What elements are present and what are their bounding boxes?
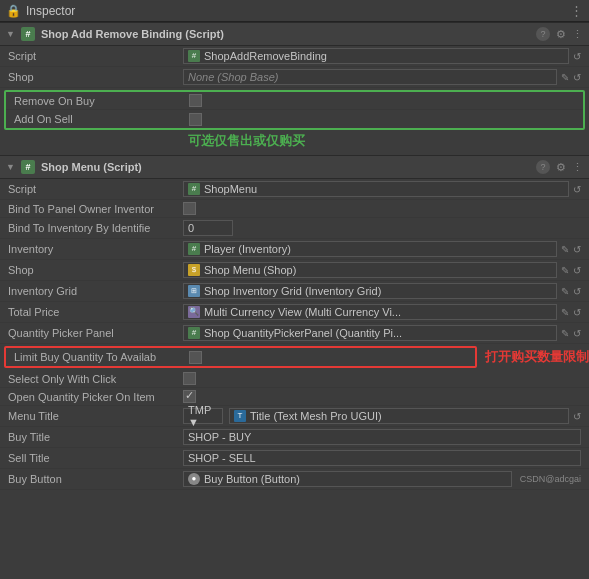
total-price-row: Total Price 🔍 Multi Currency View (Multi… bbox=[0, 302, 589, 323]
inventory-value: # Player (Inventory) ✎ ↺ bbox=[183, 241, 581, 257]
inventory-ref[interactable]: # Player (Inventory) bbox=[183, 241, 557, 257]
inventory-reset-icon[interactable]: ↺ bbox=[573, 244, 581, 255]
bind-inventory-id-value bbox=[183, 220, 581, 236]
open-qty-picker-row: Open Quantity Picker On Item bbox=[0, 388, 589, 406]
total-price-value: 🔍 Multi Currency View (Multi Currency Vi… bbox=[183, 304, 581, 320]
qty-picker-panel-edit-icon[interactable]: ✎ bbox=[561, 328, 569, 339]
inventory-grid-reset-icon[interactable]: ↺ bbox=[573, 286, 581, 297]
script-reset-icon[interactable]: ↺ bbox=[573, 51, 581, 62]
bind-inventory-id-row: Bind To Inventory By Identifie bbox=[0, 218, 589, 239]
sell-title-input[interactable] bbox=[183, 450, 581, 466]
bind-panel-owner-value bbox=[183, 202, 581, 215]
script-ref-name: ShopAddRemoveBinding bbox=[204, 50, 327, 62]
bind-panel-owner-label: Bind To Panel Owner Inventor bbox=[8, 203, 183, 215]
add-on-sell-value bbox=[189, 113, 575, 126]
limit-buy-checkbox[interactable] bbox=[189, 351, 202, 364]
inventory-icon: # bbox=[188, 243, 200, 255]
total-price-name: Multi Currency View (Multi Currency Vi..… bbox=[204, 306, 401, 318]
open-qty-picker-checkbox[interactable] bbox=[183, 390, 196, 403]
shop-edit-icon[interactable]: ✎ bbox=[561, 72, 569, 83]
qty-picker-panel-label: Quantity Picker Panel bbox=[8, 327, 183, 339]
annotation1-text: 可选仅售出或仅购买 bbox=[188, 133, 305, 148]
section2-collapse-icon[interactable]: ▼ bbox=[6, 162, 15, 172]
inspector-title: Inspector bbox=[26, 4, 75, 18]
inventory-edit-icon[interactable]: ✎ bbox=[561, 244, 569, 255]
total-price-reset-icon[interactable]: ↺ bbox=[573, 307, 581, 318]
buy-title-row: Buy Title bbox=[0, 427, 589, 448]
inventory-grid-ref[interactable]: ⊞ Shop Inventory Grid (Inventory Grid) bbox=[183, 283, 557, 299]
menu-title-label: Menu Title bbox=[8, 410, 183, 422]
add-on-sell-label: Add On Sell bbox=[14, 113, 189, 125]
script-label: Script bbox=[8, 50, 183, 62]
buy-button-value: ● Buy Button (Button) CSDN@adcgai bbox=[183, 471, 581, 487]
inventory-grid-edit-icon[interactable]: ✎ bbox=[561, 286, 569, 297]
shop-value: None (Shop Base) ✎ ↺ bbox=[183, 69, 581, 85]
shop-reset-icon[interactable]: ↺ bbox=[573, 72, 581, 83]
script-ref-icon: # bbox=[188, 50, 200, 62]
shop-label: Shop bbox=[8, 71, 183, 83]
inventory-grid-icon: ⊞ bbox=[188, 285, 200, 297]
sell-title-row: Sell Title bbox=[0, 448, 589, 469]
sell-title-value bbox=[183, 450, 581, 466]
total-price-edit-icon[interactable]: ✎ bbox=[561, 307, 569, 318]
bind-inventory-id-label: Bind To Inventory By Identifie bbox=[8, 222, 183, 234]
section2-script-value: # ShopMenu ↺ bbox=[183, 181, 581, 197]
menu-icon[interactable]: ⋮ bbox=[570, 3, 583, 18]
inspector-header: 🔒 Inspector ⋮ bbox=[0, 0, 589, 22]
bind-inventory-id-input[interactable] bbox=[183, 220, 233, 236]
buy-button-ref[interactable]: ● Buy Button (Button) bbox=[183, 471, 512, 487]
menu-title-row: Menu Title TMP ▼ T Title (Text Mesh Pro … bbox=[0, 406, 589, 427]
total-price-ref[interactable]: 🔍 Multi Currency View (Multi Currency Vi… bbox=[183, 304, 557, 320]
section2-script-ref[interactable]: # ShopMenu bbox=[183, 181, 569, 197]
section2-script-reset[interactable]: ↺ bbox=[573, 184, 581, 195]
limit-buy-label: Limit Buy Quantity To Availab bbox=[14, 351, 189, 363]
section1-help-icon[interactable]: ? bbox=[536, 27, 550, 41]
section2-header-icons: ? ⚙ ⋮ bbox=[536, 160, 583, 174]
section2-header: ▼ # Shop Menu (Script) ? ⚙ ⋮ bbox=[0, 155, 589, 179]
section2-script-label: Script bbox=[8, 183, 183, 195]
section-shop-menu: ▼ # Shop Menu (Script) ? ⚙ ⋮ Script # Sh… bbox=[0, 155, 589, 490]
green-highlight-box: Remove On Buy Add On Sell bbox=[4, 90, 585, 130]
section2-help-icon[interactable]: ? bbox=[536, 160, 550, 174]
qty-picker-panel-name: Shop QuantityPickerPanel (Quantity Pi... bbox=[204, 327, 402, 339]
menu-title-ref[interactable]: T Title (Text Mesh Pro UGUI) bbox=[229, 408, 569, 424]
menu-title-dropdown[interactable]: TMP ▼ bbox=[183, 408, 223, 424]
inspector-header-right: ⋮ bbox=[570, 3, 583, 18]
section2-menu-icon[interactable]: ⋮ bbox=[572, 161, 583, 174]
shop-menu-edit-icon[interactable]: ✎ bbox=[561, 265, 569, 276]
shop-menu-row: Shop $ Shop Menu (Shop) ✎ ↺ bbox=[0, 260, 589, 281]
bind-panel-owner-checkbox[interactable] bbox=[183, 202, 196, 215]
limit-buy-value bbox=[189, 351, 467, 364]
shop-menu-reset-icon[interactable]: ↺ bbox=[573, 265, 581, 276]
add-on-sell-row: Add On Sell bbox=[6, 110, 583, 128]
section1-header-icons: ? ⚙ ⋮ bbox=[536, 27, 583, 41]
section2-settings-icon[interactable]: ⚙ bbox=[556, 161, 566, 174]
section-shop-add-remove: ▼ # Shop Add Remove Binding (Script) ? ⚙… bbox=[0, 22, 589, 154]
section1-script-icon: # bbox=[21, 27, 35, 41]
menu-title-reset-icon[interactable]: ↺ bbox=[573, 411, 581, 422]
script-ref-field[interactable]: # ShopAddRemoveBinding bbox=[183, 48, 569, 64]
section1-header: ▼ # Shop Add Remove Binding (Script) ? ⚙… bbox=[0, 22, 589, 46]
section1-title: Shop Add Remove Binding (Script) bbox=[41, 28, 530, 40]
shop-menu-value: $ Shop Menu (Shop) ✎ ↺ bbox=[183, 262, 581, 278]
total-price-icon: 🔍 bbox=[188, 306, 200, 318]
section1-settings-icon[interactable]: ⚙ bbox=[556, 28, 566, 41]
shop-none-field[interactable]: None (Shop Base) bbox=[183, 69, 557, 85]
add-on-sell-checkbox[interactable] bbox=[189, 113, 202, 126]
inventory-grid-value: ⊞ Shop Inventory Grid (Inventory Grid) ✎… bbox=[183, 283, 581, 299]
qty-picker-panel-ref[interactable]: # Shop QuantityPickerPanel (Quantity Pi.… bbox=[183, 325, 557, 341]
buy-title-input[interactable] bbox=[183, 429, 581, 445]
shop-menu-ref[interactable]: $ Shop Menu (Shop) bbox=[183, 262, 557, 278]
annotation-area: 可选仅售出或仅购买 bbox=[0, 132, 589, 154]
bind-panel-owner-row: Bind To Panel Owner Inventor bbox=[0, 200, 589, 218]
script-row: Script # ShopAddRemoveBinding ↺ bbox=[0, 46, 589, 67]
remove-on-buy-row: Remove On Buy bbox=[6, 92, 583, 110]
qty-picker-panel-reset-icon[interactable]: ↺ bbox=[573, 328, 581, 339]
lock-icon[interactable]: 🔒 bbox=[6, 4, 21, 18]
section1-collapse-icon[interactable]: ▼ bbox=[6, 29, 15, 39]
inventory-grid-row: Inventory Grid ⊞ Shop Inventory Grid (In… bbox=[0, 281, 589, 302]
remove-on-buy-checkbox[interactable] bbox=[189, 94, 202, 107]
select-only-click-checkbox[interactable] bbox=[183, 372, 196, 385]
buy-button-label: Buy Button bbox=[8, 473, 183, 485]
section1-menu-icon[interactable]: ⋮ bbox=[572, 28, 583, 41]
